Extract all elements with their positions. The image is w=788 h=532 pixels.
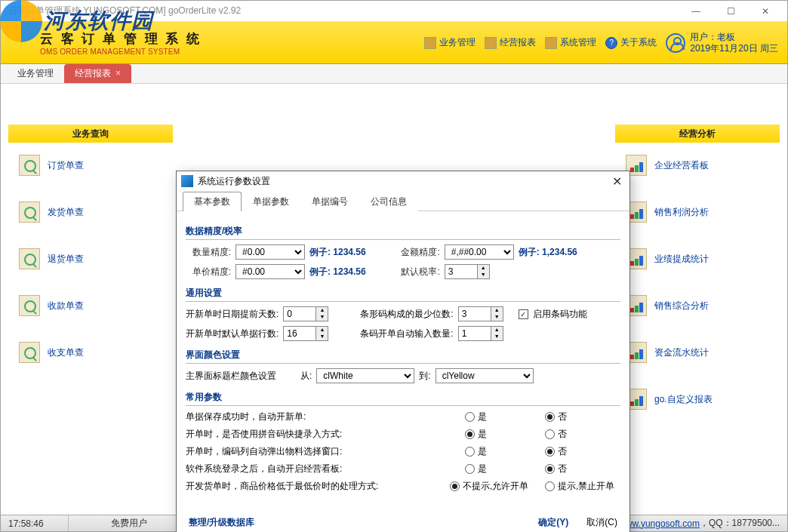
q4-yes[interactable]: 是: [465, 463, 540, 475]
color-from-select[interactable]: clWhite: [316, 368, 414, 383]
settings-dialog: 系统运行参数设置 ✕ 基本参数 单据参数 单据编号 公司信息 数据精度/税率 数…: [176, 171, 630, 532]
group-precision: 数据精度/税率: [186, 222, 620, 240]
menu-balance-query[interactable]: 收支单查: [8, 342, 173, 363]
menu-payment-query[interactable]: 收款单查: [8, 295, 173, 316]
dialog-close-button[interactable]: ✕: [609, 174, 625, 189]
search-icon: [19, 248, 40, 269]
left-menu: 订货单查 发货单查 退货单查 收款单查 收支单查: [8, 155, 173, 363]
barcode-enable-checkbox[interactable]: ✓: [519, 309, 528, 319]
dtab-number[interactable]: 单据编号: [300, 192, 359, 211]
dialog-body: 数据精度/税率 数量精度: #0.00 例子: 1234.56 金额精度: #,…: [177, 211, 629, 509]
q3-yes[interactable]: 是: [465, 445, 540, 458]
barcode-min-spinner[interactable]: ▲▼: [458, 306, 503, 321]
search-icon: [19, 295, 40, 316]
minimize-button[interactable]: —: [679, 1, 713, 22]
nav-business[interactable]: 业务管理: [424, 36, 476, 49]
color-to-select[interactable]: clYellow: [436, 368, 534, 383]
barcode-qty-spinner[interactable]: ▲▼: [458, 326, 503, 341]
barcode-enable-label: 启用条码功能: [533, 308, 587, 321]
content-area: 业务查询 经营分析 订货单查 发货单查 退货单查 收款单查 收支单查 企业经营看…: [1, 84, 787, 515]
avatar-icon: [666, 33, 685, 53]
menu-commission[interactable]: 业绩提成统计: [615, 248, 780, 269]
window-title: 云客订单管理系统 YUNGOSOFT.COM] goOrderLite v2.9…: [5, 5, 679, 17]
rows-spinner[interactable]: ▲▼: [283, 326, 328, 341]
price-precision-select[interactable]: #0.00: [235, 264, 305, 279]
search-icon: [19, 342, 40, 363]
user-label: 用户：老板: [690, 32, 778, 42]
menu-return-query[interactable]: 退货单查: [8, 248, 173, 269]
official-site-link[interactable]: www.yungosoft.com: [619, 518, 700, 529]
titlebar: 云客订单管理系统 YUNGOSOFT.COM] goOrderLite v2.9…: [1, 1, 787, 22]
app-header: 云 客 订 单 管 理 系 统 OMS ORDER MANAGEMENT SYS…: [1, 22, 787, 64]
dialog-footer: 整理/升级数据库 确定(Y) 取消(C): [177, 509, 629, 532]
barcode-qty-label: 条码开单自动输入数量:: [360, 328, 453, 340]
amt-precision-select[interactable]: #,##0.00: [445, 244, 514, 260]
nav-about[interactable]: ?关于系统: [605, 36, 657, 49]
cancel-button[interactable]: 取消(C): [586, 516, 617, 529]
right-menu: 企业经营看板 销售利润分析 业绩提成统计 销售综合分析 资金流水统计 go.自定…: [615, 155, 780, 410]
status-time: 17:58:46: [1, 515, 69, 531]
q1-label: 单据保存成功时，自动开新单:: [186, 411, 460, 423]
dtab-basic[interactable]: 基本参数: [183, 192, 242, 211]
price-precision-label: 单价精度:: [186, 266, 231, 278]
dialog-tabs: 基本参数 单据参数 单据编号 公司信息: [177, 191, 629, 211]
dialog-title-text: 系统运行参数设置: [198, 175, 270, 188]
q2-yes[interactable]: 是: [465, 428, 540, 441]
question-icon: ?: [605, 37, 617, 49]
color-label: 主界面标题栏颜色设置: [186, 370, 276, 383]
tab-business[interactable]: 业务管理: [7, 64, 64, 83]
menu-sales-analysis[interactable]: 销售综合分析: [615, 295, 780, 316]
maximize-button[interactable]: ☐: [713, 1, 748, 22]
tab-report[interactable]: 经营报表×: [64, 64, 131, 83]
folder-icon: [424, 37, 436, 49]
user-block: 用户：老板 2019年11月20日 周三: [666, 32, 778, 54]
document-tabs: 业务管理 经营报表×: [1, 64, 787, 84]
q5-label: 开发货单时，商品价格低于最低价时的处理方式:: [186, 480, 445, 493]
q3-label: 开单时，编码列自动弹出物料选择窗口:: [186, 445, 460, 458]
spin-down-icon[interactable]: ▼: [478, 272, 489, 278]
section-right-title: 经营分析: [615, 125, 780, 143]
tax-spinner[interactable]: ▲▼: [445, 264, 490, 279]
gear-icon: [545, 37, 557, 49]
group-common: 常用参数: [186, 388, 620, 406]
q4-no[interactable]: 否: [545, 463, 620, 475]
ok-button[interactable]: 确定(Y): [538, 516, 568, 529]
q4-label: 软件系统登录之后，自动开启经营看板:: [186, 463, 460, 475]
menu-dashboard[interactable]: 企业经营看板: [615, 155, 780, 176]
status-license: 免费用户: [69, 515, 189, 531]
main-window: 云客订单管理系统 YUNGOSOFT.COM] goOrderLite v2.9…: [0, 0, 788, 532]
upgrade-db-link[interactable]: 整理/升级数据库: [189, 516, 254, 529]
days-spinner[interactable]: ▲▼: [283, 306, 328, 321]
menu-order-query[interactable]: 订货单查: [8, 155, 173, 176]
q5-a[interactable]: 不提示,允许开单: [450, 480, 540, 493]
tab-close-icon[interactable]: ×: [115, 68, 121, 78]
date-label: 2019年11月20日 周三: [690, 43, 778, 54]
dtab-company[interactable]: 公司信息: [359, 192, 418, 211]
q2-label: 开单时，是否使用拼音码快捷录入方式:: [186, 428, 460, 441]
menu-cashflow[interactable]: 资金流水统计: [615, 342, 780, 363]
group-general: 通用设置: [186, 284, 620, 302]
q1-no[interactable]: 否: [545, 411, 620, 423]
brand-subtitle: OMS ORDER MANAGEMENT SYSTEM: [40, 48, 202, 56]
tax-label: 默认税率:: [395, 266, 440, 278]
spin-up-icon[interactable]: ▲: [478, 265, 489, 272]
qty-precision-select[interactable]: #0.00: [235, 244, 305, 260]
days-label: 开新单时日期提前天数:: [186, 308, 279, 321]
folder-icon: [485, 37, 497, 49]
menu-custom-report[interactable]: go.自定义报表: [615, 389, 780, 410]
q5-b[interactable]: 提示,禁止开单: [545, 480, 620, 493]
search-icon: [19, 201, 40, 223]
q2-no[interactable]: 否: [545, 428, 620, 441]
nav-system[interactable]: 系统管理: [545, 36, 596, 49]
dtab-doc[interactable]: 单据参数: [242, 192, 300, 211]
qty-precision-label: 数量精度:: [186, 246, 231, 259]
q3-no[interactable]: 否: [545, 445, 620, 458]
search-icon: [19, 155, 40, 176]
menu-ship-query[interactable]: 发货单查: [8, 201, 173, 223]
amt-precision-label: 金额精度:: [395, 246, 440, 259]
brand-title: 云 客 订 单 管 理 系 统: [40, 30, 202, 48]
close-button[interactable]: ✕: [748, 1, 783, 22]
nav-report[interactable]: 经营报表: [485, 36, 536, 49]
q1-yes[interactable]: 是: [465, 411, 540, 423]
menu-profit[interactable]: 销售利润分析: [615, 201, 780, 223]
